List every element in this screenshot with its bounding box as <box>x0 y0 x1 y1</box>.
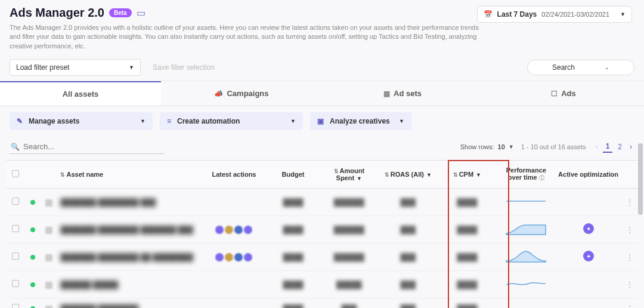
tab-ad-sets[interactable]: ▦ Ad sets <box>322 81 483 106</box>
roas-value: ███ <box>401 253 416 261</box>
asset-name[interactable]: ███████ ████████ ███ <box>60 198 156 207</box>
asset-name[interactable]: ███████ ████████ <box>60 304 138 308</box>
table-row: ██████ █████ ████ █████ ███ ████ ⋮ <box>6 271 638 298</box>
create-automation-button[interactable]: ≡ Create automation ▼ <box>160 112 303 130</box>
col-roas[interactable]: ⇅ROAS (All)▼ <box>380 161 436 189</box>
date-label: Last 7 Days <box>497 10 537 19</box>
amount-spent-value: ██████ <box>334 253 364 261</box>
row-count: 1 - 10 out of 16 assets <box>521 143 586 150</box>
cpm-value: ████ <box>457 226 477 234</box>
row-more-menu[interactable]: ⋮ <box>626 198 634 207</box>
asset-type-icon <box>45 254 52 261</box>
save-filter-button: Save filter selection <box>148 60 219 75</box>
amount-spent-value: ██████ <box>334 198 364 207</box>
asset-name[interactable]: ███████ ████████ ██ ████████ <box>60 253 193 261</box>
search-input-wrap[interactable]: 🔍 <box>10 140 165 154</box>
pagination: ‹ 1 2 › <box>593 141 634 153</box>
table-row: ███████ ████████ ███ ████ ██████ ███ ███… <box>6 189 638 216</box>
manage-assets-button[interactable]: ✎ Manage assets ▼ <box>10 112 153 130</box>
amount-spent-value: ██████ <box>334 226 364 234</box>
col-amount-spent[interactable]: ⇅Amount Spent▼ <box>318 161 380 189</box>
search-input[interactable] <box>23 142 163 151</box>
latest-actions-cell <box>200 244 268 271</box>
page-prev: ‹ <box>593 141 600 152</box>
roas-value: ███ <box>401 304 416 308</box>
beta-badge: Beta <box>109 8 132 17</box>
asset-type-icon <box>45 306 52 309</box>
status-dot <box>30 282 35 287</box>
sparkline-cell <box>498 216 554 244</box>
optimization-badge[interactable] <box>583 251 594 261</box>
row-checkbox[interactable] <box>12 198 19 205</box>
search-label: Search <box>552 63 575 72</box>
budget-value: ████ <box>283 304 303 308</box>
asset-name[interactable]: ███████ ████████ ███████ ███ <box>60 226 193 234</box>
page-1[interactable]: 1 <box>603 141 613 153</box>
scrollbar[interactable] <box>638 143 643 215</box>
optimization-badge[interactable] <box>583 223 594 234</box>
sliders-icon: ≡ <box>167 117 171 125</box>
sparkline-cell <box>498 298 554 308</box>
col-latest-actions: Latest actions <box>200 161 268 189</box>
latest-actions-cell <box>200 189 268 216</box>
filter-preset-dropdown[interactable]: Load filter preset ▼ <box>10 59 141 76</box>
grid-icon: ▦ <box>383 90 390 98</box>
search-dropdown[interactable]: Search ⌄ <box>527 60 634 75</box>
asset-type-icon <box>45 227 52 234</box>
select-all-checkbox[interactable] <box>12 170 19 177</box>
latest-actions-cell <box>200 216 268 244</box>
table-row: ███████ ████████ ████ ███ ███ ████ ⋮ <box>6 298 638 308</box>
cpm-value: ████ <box>457 304 477 308</box>
date-range: 02/24/2021-03/02/2021 <box>541 11 609 18</box>
cpm-value: ████ <box>457 281 477 289</box>
col-performance: Performance over time ⓘ <box>498 161 554 189</box>
sparkline-cell <box>498 244 554 271</box>
budget-value: ████ <box>283 226 303 234</box>
cpm-value: ████ <box>457 253 477 261</box>
page-subtitle: The Ads Manager 2.0 provides you with a … <box>10 23 487 51</box>
search-icon: 🔍 <box>11 143 20 151</box>
status-dot <box>30 200 35 205</box>
status-dot <box>30 227 35 232</box>
budget-value: ████ <box>283 198 303 207</box>
row-checkbox[interactable] <box>12 304 19 308</box>
roas-value: ███ <box>401 226 416 234</box>
table-row: ███████ ████████ ██ ████████ ████ ██████… <box>6 244 638 271</box>
chevron-down-icon: ▼ <box>399 118 404 124</box>
tab-ads[interactable]: ☐ Ads <box>483 81 644 106</box>
date-range-picker[interactable]: 📅 Last 7 Days 02/24/2021-03/02/2021 ▼ <box>477 6 632 23</box>
row-more-menu[interactable]: ⋮ <box>626 226 634 234</box>
pencil-icon: ✎ <box>17 117 23 125</box>
page-next[interactable]: › <box>627 141 634 152</box>
latest-actions-cell <box>200 271 268 298</box>
tab-all-assets[interactable]: All assets <box>0 81 161 106</box>
page-2[interactable]: 2 <box>615 141 625 152</box>
asset-name[interactable]: ██████ █████ <box>60 281 118 289</box>
latest-actions-cell <box>200 298 268 308</box>
show-rows-select[interactable]: Show rows: 10 ▼ <box>460 143 514 150</box>
sparkline-cell <box>498 189 554 216</box>
cpm-value: ████ <box>457 198 477 207</box>
budget-value: ████ <box>283 253 303 261</box>
row-more-menu[interactable]: ⋮ <box>626 281 634 289</box>
tab-campaigns[interactable]: 📣 Campaigns <box>161 81 322 106</box>
chevron-down-icon: ▼ <box>140 118 145 124</box>
amount-spent-value: █████ <box>336 281 362 289</box>
asset-type-icon <box>45 199 52 207</box>
sparkline-cell <box>498 271 554 298</box>
page-title: Ads Manager 2.0 <box>10 6 104 20</box>
col-budget: Budget <box>268 161 318 189</box>
analyze-creatives-button[interactable]: ▣ Analyze creatives ▼ <box>310 112 411 130</box>
row-checkbox[interactable] <box>12 280 19 287</box>
card-icon: ▭ <box>137 7 145 19</box>
chevron-down-icon: ▼ <box>620 11 626 17</box>
megaphone-icon: 📣 <box>214 90 223 98</box>
row-more-menu[interactable]: ⋮ <box>626 304 634 308</box>
col-cpm[interactable]: ⇅CPM▼ <box>436 161 498 189</box>
col-asset-name[interactable]: ⇅Asset name <box>57 161 200 189</box>
image-icon: ▣ <box>317 117 324 125</box>
row-checkbox[interactable] <box>12 252 19 260</box>
filter-preset-label: Load filter preset <box>16 63 69 72</box>
row-more-menu[interactable]: ⋮ <box>626 253 634 261</box>
row-checkbox[interactable] <box>12 225 19 232</box>
